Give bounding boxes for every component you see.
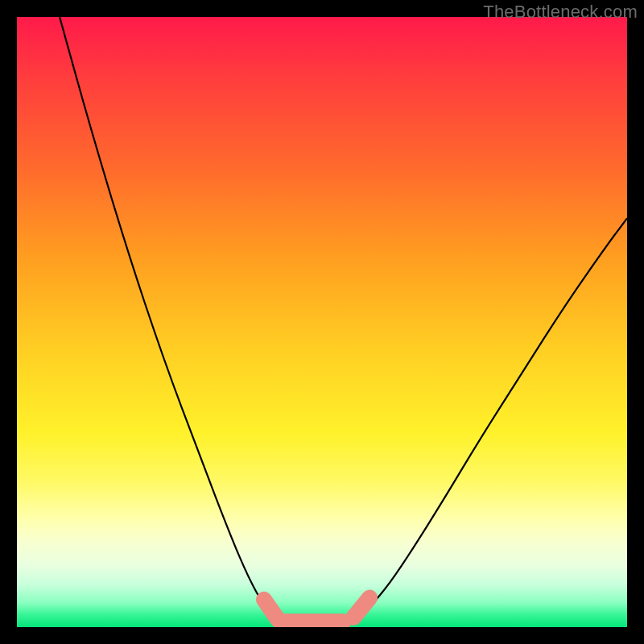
chart-frame: TheBottleneck.com xyxy=(0,0,644,644)
right-curve-path xyxy=(349,218,627,623)
chart-svg xyxy=(17,17,627,627)
left-curve-path xyxy=(60,17,285,623)
watermark-text: TheBottleneck.com xyxy=(483,2,638,23)
marker-left-pill xyxy=(264,600,278,620)
marker-right-pill xyxy=(353,598,369,617)
plot-area xyxy=(17,17,627,627)
